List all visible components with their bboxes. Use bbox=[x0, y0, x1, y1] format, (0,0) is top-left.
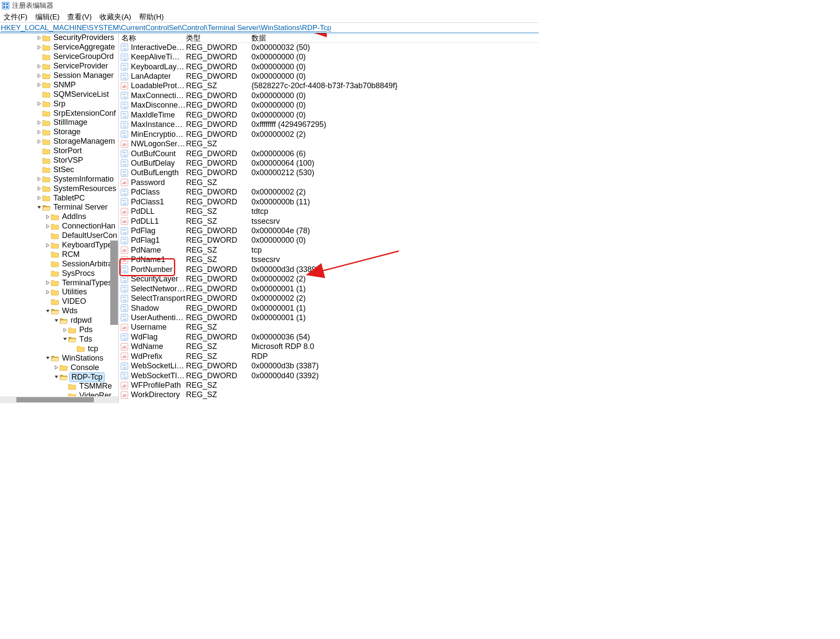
chevron-right-icon[interactable] bbox=[53, 365, 59, 370]
tree-item[interactable]: tcp bbox=[0, 344, 118, 353]
tree-item[interactable]: VideoRer bbox=[0, 391, 118, 396]
column-data[interactable]: 数据 bbox=[251, 33, 539, 43]
column-name[interactable]: 名称 bbox=[119, 33, 186, 43]
tree-item[interactable]: Utilities bbox=[0, 287, 118, 297]
value-row[interactable]: UserAuthentica...REG_DWORD0x00000001 (1) bbox=[119, 313, 539, 322]
value-row[interactable]: WebSocketListe...REG_DWORD0x00000d3b (33… bbox=[119, 361, 539, 370]
values-list[interactable]: 名称 类型 数据 InteractiveDelayREG_DWORD0x0000… bbox=[119, 33, 539, 403]
value-row[interactable]: LanAdapterREG_DWORD0x00000000 (0) bbox=[119, 71, 539, 81]
value-row[interactable]: MaxDisconnecti...REG_DWORD0x00000000 (0) bbox=[119, 101, 539, 110]
value-row[interactable]: KeepAliveTime...REG_DWORD0x00000000 (0) bbox=[119, 52, 539, 62]
tree-item[interactable]: SysProcs bbox=[0, 269, 118, 278]
chevron-right-icon[interactable] bbox=[36, 186, 42, 191]
tree-item[interactable]: KeyboardType bbox=[0, 241, 118, 250]
value-row[interactable]: MaxInstanceCo...REG_DWORD0xffffffff (429… bbox=[119, 120, 539, 130]
tree-item[interactable]: SQMServiceList bbox=[0, 90, 118, 99]
tree-item[interactable]: Console bbox=[0, 363, 118, 372]
chevron-right-icon[interactable] bbox=[36, 177, 42, 181]
value-row[interactable]: WdNameREG_SZMicrosoft RDP 8.0 bbox=[119, 342, 539, 352]
menu-view[interactable]: 查看(V) bbox=[67, 12, 92, 22]
tree-item[interactable]: RCM bbox=[0, 250, 118, 259]
value-row[interactable]: WdFlagREG_DWORD0x00000036 (54) bbox=[119, 332, 539, 342]
chevron-down-icon[interactable] bbox=[45, 309, 51, 313]
value-row[interactable]: PdName1REG_SZtssecsrv bbox=[119, 255, 539, 265]
tree-item[interactable]: Pds bbox=[0, 325, 118, 335]
value-row[interactable]: PortNumberREG_DWORD0x00000d3d (3389) bbox=[119, 265, 539, 274]
value-row[interactable]: WorkDirectoryREG_SZ bbox=[119, 390, 539, 400]
chevron-right-icon[interactable] bbox=[36, 196, 42, 200]
tree-item[interactable]: ServiceProvider bbox=[0, 62, 118, 71]
tree-item[interactable]: ConnectionHan bbox=[0, 222, 118, 231]
chevron-right-icon[interactable] bbox=[36, 130, 42, 134]
menu-file[interactable]: 文件(F) bbox=[3, 12, 28, 22]
value-row[interactable]: WdPrefixREG_SZRDP bbox=[119, 352, 539, 361]
tree-item[interactable]: SystemInformatio bbox=[0, 174, 118, 184]
tree-item[interactable]: DefaultUserCon bbox=[0, 231, 118, 241]
value-row[interactable]: PdFlagREG_DWORD0x0000004e (78) bbox=[119, 226, 539, 235]
tree-item[interactable]: StorVSP bbox=[0, 156, 118, 165]
chevron-right-icon[interactable] bbox=[36, 64, 42, 68]
chevron-right-icon[interactable] bbox=[62, 328, 68, 332]
value-row[interactable]: PdClass1REG_DWORD0x0000000b (11) bbox=[119, 197, 539, 207]
tree-item[interactable]: TabletPC bbox=[0, 193, 118, 203]
tree-item[interactable]: SNMP bbox=[0, 80, 118, 90]
tree-vertical-scrollbar-thumb[interactable] bbox=[110, 241, 118, 325]
tree-item[interactable]: VIDEO bbox=[0, 297, 118, 306]
value-row[interactable]: NWLogonServerREG_SZ bbox=[119, 139, 539, 148]
column-type[interactable]: 类型 bbox=[186, 33, 251, 43]
tree-item[interactable]: AddIns bbox=[0, 212, 118, 222]
chevron-right-icon[interactable] bbox=[45, 243, 51, 247]
chevron-right-icon[interactable] bbox=[45, 215, 51, 219]
value-row[interactable]: UsernameREG_SZ bbox=[119, 323, 539, 332]
chevron-right-icon[interactable] bbox=[36, 120, 42, 125]
tree-horizontal-scrollbar[interactable] bbox=[0, 396, 118, 403]
tree-item[interactable]: StSec bbox=[0, 165, 118, 174]
value-row[interactable]: PdNameREG_SZtcp bbox=[119, 245, 539, 255]
tree-item[interactable]: ServiceGroupOrd bbox=[0, 52, 118, 62]
menu-favorites[interactable]: 收藏夹(A) bbox=[99, 12, 131, 22]
value-row[interactable]: KeyboardLayoutREG_DWORD0x00000000 (0) bbox=[119, 62, 539, 71]
chevron-right-icon[interactable] bbox=[45, 290, 51, 294]
tree-item[interactable]: SecurityProviders bbox=[0, 33, 118, 43]
chevron-right-icon[interactable] bbox=[36, 74, 42, 78]
value-row[interactable]: WFProfilePathREG_SZ bbox=[119, 380, 539, 390]
tree-item[interactable]: TSMMRe bbox=[0, 382, 118, 391]
menu-help[interactable]: 帮助(H) bbox=[139, 12, 164, 22]
chevron-right-icon[interactable] bbox=[36, 45, 42, 49]
registry-tree[interactable]: SecurityProvidersServiceAggregateService… bbox=[0, 33, 118, 396]
tree-item[interactable]: StorageManagem bbox=[0, 137, 118, 146]
chevron-down-icon[interactable] bbox=[53, 375, 59, 379]
chevron-down-icon[interactable] bbox=[62, 337, 68, 341]
tree-item[interactable]: RDP-Tcp bbox=[0, 372, 118, 382]
address-bar[interactable]: HKEY_LOCAL_MACHINE\SYSTEM\CurrentControl… bbox=[0, 22, 539, 33]
value-row[interactable]: MinEncryptionL...REG_DWORD0x00000002 (2) bbox=[119, 130, 539, 139]
chevron-down-icon[interactable] bbox=[53, 318, 59, 323]
value-row[interactable]: PdFlag1REG_DWORD0x00000000 (0) bbox=[119, 236, 539, 245]
value-row[interactable]: WebSocketTlsLi...REG_DWORD0x00000d40 (33… bbox=[119, 371, 539, 380]
chevron-down-icon[interactable] bbox=[45, 356, 51, 360]
tree-item[interactable]: Session Manager bbox=[0, 71, 118, 80]
value-row[interactable]: ShadowREG_DWORD0x00000001 (1) bbox=[119, 303, 539, 313]
tree-item[interactable]: WinStations bbox=[0, 353, 118, 363]
chevron-right-icon[interactable] bbox=[36, 83, 42, 87]
tree-item[interactable]: Wds bbox=[0, 306, 118, 316]
tree-item[interactable]: Storage bbox=[0, 127, 118, 137]
value-row[interactable]: SecurityLayerREG_DWORD0x00000002 (2) bbox=[119, 275, 539, 284]
value-row[interactable]: OutBufCountREG_DWORD0x00000006 (6) bbox=[119, 149, 539, 158]
menu-edit[interactable]: 编辑(E) bbox=[35, 12, 60, 22]
tree-item[interactable]: Srp bbox=[0, 99, 118, 108]
tree-item[interactable]: Terminal Server bbox=[0, 203, 118, 212]
value-row[interactable]: InteractiveDelayREG_DWORD0x00000032 (50) bbox=[119, 43, 539, 52]
value-row[interactable]: SelectNetwork...REG_DWORD0x00000001 (1) bbox=[119, 284, 539, 293]
value-row[interactable]: OutBufLengthREG_DWORD0x00000212 (530) bbox=[119, 168, 539, 178]
chevron-right-icon[interactable] bbox=[45, 224, 51, 228]
tree-item[interactable]: SrpExtensionConf bbox=[0, 108, 118, 118]
value-row[interactable]: PasswordREG_SZ bbox=[119, 178, 539, 187]
tree-item[interactable]: ServiceAggregate bbox=[0, 43, 118, 52]
value-row[interactable]: OutBufDelayREG_DWORD0x00000064 (100) bbox=[119, 158, 539, 168]
chevron-right-icon[interactable] bbox=[45, 281, 51, 285]
chevron-right-icon[interactable] bbox=[36, 102, 42, 106]
tree-horizontal-scrollbar-thumb[interactable] bbox=[16, 397, 94, 402]
value-row[interactable]: LoadableProtoc...REG_SZ{5828227c-20cf-44… bbox=[119, 81, 539, 91]
tree-item[interactable]: SessionArbitrat bbox=[0, 259, 118, 269]
